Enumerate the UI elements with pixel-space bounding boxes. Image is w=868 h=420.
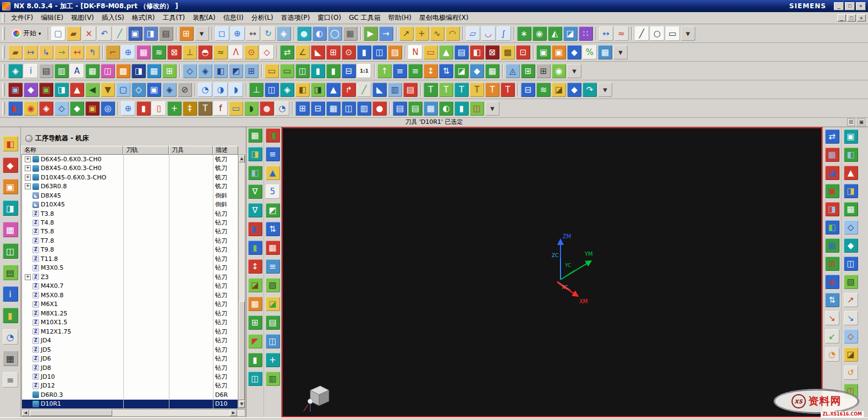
curve-icon[interactable]: ◡ xyxy=(481,26,496,41)
column-header-tool[interactable]: 刀具 xyxy=(169,146,213,155)
navigator-row[interactable]: +ZT11.8钻刀 xyxy=(22,254,238,263)
navigator-row[interactable]: +ZJD6钻刀 xyxy=(22,354,238,363)
sheet-icon[interactable]: ▤ xyxy=(454,45,469,59)
menu-item-5[interactable]: 格式(R) xyxy=(128,12,159,24)
clock-icon[interactable]: ◔ xyxy=(3,329,18,345)
expand-icon[interactable]: + xyxy=(25,174,31,181)
green-grid-icon[interactable]: ▦ xyxy=(825,238,839,253)
stack-icon[interactable]: ▦ xyxy=(3,222,18,237)
navigator-row[interactable]: +ZT5.8钻刀 xyxy=(22,227,238,236)
sketch-icon[interactable]: ▱ xyxy=(466,26,480,41)
navigator-row[interactable]: +D6X45-0.6X0.3-CH0铣刀 xyxy=(22,155,238,163)
bookmark-icon[interactable]: ◆ xyxy=(3,157,18,173)
panel-icon[interactable]: ▣ xyxy=(858,118,865,126)
create-program-icon[interactable]: ▦ xyxy=(248,128,262,143)
raise-icon[interactable]: ↑ xyxy=(377,64,392,78)
pair-icon[interactable]: ◫ xyxy=(844,384,858,398)
split-block-icon[interactable]: ◫ xyxy=(372,45,387,59)
maroon-cube-icon[interactable]: ▣ xyxy=(8,83,23,97)
rotate-icon[interactable]: ↺ xyxy=(844,366,858,380)
move-object-icon[interactable]: → xyxy=(379,26,393,41)
teal-cube-icon[interactable]: ▣ xyxy=(844,129,858,144)
ramp-icon[interactable]: ◪ xyxy=(552,83,566,97)
angle-icon[interactable]: ∠ xyxy=(295,45,310,59)
cylinder-green-icon[interactable]: ▮ xyxy=(326,64,340,78)
tool-holder-icon[interactable]: T xyxy=(470,83,484,97)
menu-item-2[interactable]: 编辑(E) xyxy=(37,12,67,24)
doc-restore-button[interactable]: □ xyxy=(847,14,856,21)
curve-analysis-icon[interactable]: ≈ xyxy=(614,26,629,41)
start-button[interactable]: 开始 ▾ xyxy=(8,27,45,40)
filter-icon[interactable]: ∇ xyxy=(248,184,262,199)
exchange-icon[interactable]: ⇄ xyxy=(825,129,839,144)
gold-half-icon[interactable]: ◧ xyxy=(295,83,310,97)
note-icon[interactable]: N xyxy=(408,45,422,59)
navigator-row[interactable]: +D10X45-0.6X0.3-CHO铣刀 xyxy=(22,173,238,182)
red-post-icon[interactable]: ▮ xyxy=(136,101,151,116)
slider-icon[interactable]: ◧ xyxy=(248,222,262,236)
up-triangle-icon[interactable]: ▲ xyxy=(439,45,453,59)
plate-icon[interactable]: ▭ xyxy=(229,101,243,116)
name-tag-icon[interactable]: ▭ xyxy=(265,64,279,78)
block-icon[interactable]: ◪ xyxy=(248,278,262,292)
pen-icon[interactable]: ╱ xyxy=(113,26,127,41)
magenta-split-icon[interactable]: ◫ xyxy=(101,64,115,78)
rows-icon[interactable]: ▥ xyxy=(266,372,280,386)
red-half-icon[interactable]: ◨ xyxy=(825,202,839,216)
red-sheet-icon[interactable]: ▤ xyxy=(403,83,417,97)
export-icon[interactable]: ↳ xyxy=(39,45,53,59)
scale-ratio-icon[interactable]: 1:1 xyxy=(357,64,371,78)
palette-icon[interactable]: ▦ xyxy=(248,297,262,311)
pan-icon[interactable]: ↔ xyxy=(246,26,260,41)
expand-icon[interactable]: + xyxy=(25,183,31,189)
expand-icon[interactable]: + xyxy=(25,156,31,162)
green-gem-icon[interactable]: ◆ xyxy=(70,101,84,116)
waves-icon[interactable]: ≋ xyxy=(536,83,551,97)
blue-tri-icon[interactable]: ▲ xyxy=(326,83,340,97)
pinwheel-icon[interactable]: ▦ xyxy=(136,45,151,59)
bolt-icon[interactable]: ▮ xyxy=(248,241,262,255)
matrix-icon[interactable]: ▦ xyxy=(424,101,438,116)
navigator-row[interactable]: +ZJD8钻刀 xyxy=(22,363,238,372)
teal-gem-icon[interactable]: ◈ xyxy=(8,64,23,78)
navigator-row[interactable]: +ZM10X1.5钻刀 xyxy=(22,318,238,326)
timer-icon[interactable]: ◔ xyxy=(825,347,839,362)
prism-icon[interactable]: ◬ xyxy=(506,64,520,78)
table-icon[interactable]: ⊞ xyxy=(295,101,310,116)
datum-icon[interactable]: ⊥ xyxy=(183,45,197,59)
horizontal-scrollbar[interactable]: ◀ ▶ xyxy=(21,409,245,417)
navigator-row[interactable]: +ZJD4钻刀 xyxy=(22,336,238,345)
expand-icon[interactable]: + xyxy=(25,274,31,280)
orange-mesh-icon[interactable]: ▩ xyxy=(116,64,130,78)
print-icon[interactable]: ▤ xyxy=(159,26,173,41)
navigator-row[interactable]: +ZZ3钻刀 xyxy=(22,272,238,281)
red-ball-icon[interactable]: ● xyxy=(372,101,387,116)
wireframe-view-icon[interactable]: ◯ xyxy=(328,26,342,41)
updown-icon[interactable]: ⇅ xyxy=(825,293,839,307)
grid-icon[interactable]: ▦ xyxy=(844,202,858,216)
layout-caret-icon[interactable]: ▾ xyxy=(195,26,209,41)
target-grid-icon[interactable]: ⊞ xyxy=(825,257,839,271)
target-icon[interactable]: ⊙ xyxy=(244,45,259,59)
table-grid-icon[interactable]: ▦ xyxy=(326,101,340,116)
teal-gem-icon[interactable]: ◆ xyxy=(844,238,858,253)
scroll-left-icon[interactable]: ◀ xyxy=(22,410,29,416)
gray-grid-icon[interactable]: ⊞ xyxy=(536,64,551,78)
open-file-icon[interactable]: ▰ xyxy=(67,26,81,41)
ball-icon[interactable]: ● xyxy=(260,101,274,116)
toolbar-options-icon[interactable]: ▾ xyxy=(681,26,695,41)
section-icon[interactable]: ◗ xyxy=(229,83,243,97)
diag-green-icon[interactable]: ↙ xyxy=(825,329,839,343)
contrast-icon[interactable]: ◑ xyxy=(213,83,228,97)
navigator-row[interactable]: +D8X45-0.6X0.3-CH0铣刀 xyxy=(22,163,238,172)
toolbar-options-icon[interactable]: ▾ xyxy=(485,101,499,116)
line-icon[interactable]: ↗ xyxy=(399,26,414,41)
red-tri-icon[interactable]: ▲ xyxy=(844,166,858,180)
red-facet-icon[interactable]: ◈ xyxy=(39,101,53,116)
list-icon[interactable]: ▤ xyxy=(393,101,407,116)
import-icon[interactable]: ↦ xyxy=(24,45,38,59)
scroll-right-icon[interactable]: ▶ xyxy=(230,410,237,416)
gold-ring-icon[interactable]: ◉ xyxy=(24,101,38,116)
menu-item-3[interactable]: 视图(V) xyxy=(67,12,98,24)
plus-icon[interactable]: + xyxy=(266,353,280,367)
